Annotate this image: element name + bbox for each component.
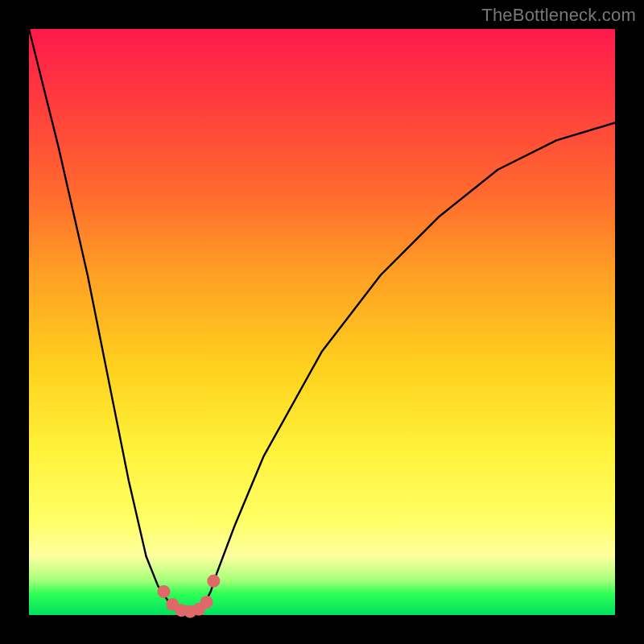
- chart-frame: TheBottleneck.com: [0, 0, 644, 644]
- marker-group: [157, 575, 220, 618]
- watermark-text: TheBottleneck.com: [481, 5, 636, 26]
- highlight-dot: [207, 575, 220, 588]
- plot-area: [29, 29, 615, 615]
- bottleneck-curve: [29, 29, 615, 613]
- highlight-dot: [157, 585, 170, 598]
- highlight-dot: [200, 596, 213, 609]
- curve-layer: [29, 29, 615, 615]
